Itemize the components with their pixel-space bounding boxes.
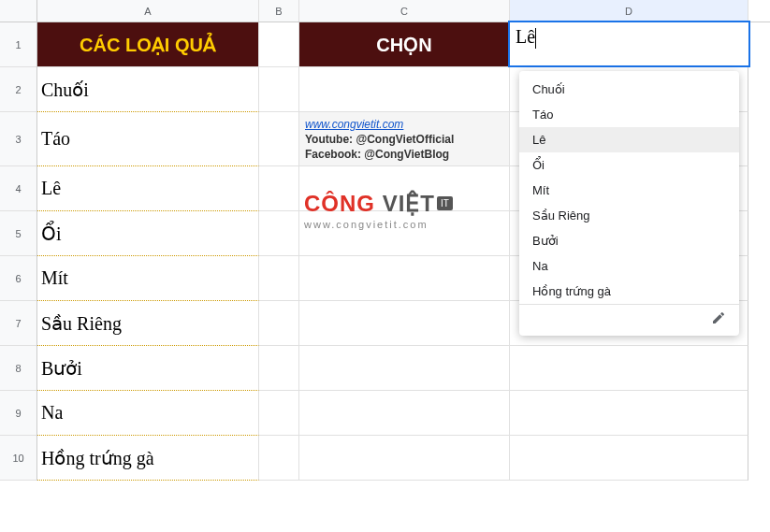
spreadsheet: A B C D 1 2 3 4 5 6 7 8 9 10 CÁC LOẠI QU… [0,0,770,532]
cell-c7[interactable] [299,301,510,346]
cell-b10[interactable] [259,436,299,481]
cell-b5[interactable] [259,211,299,256]
cell-d9[interactable] [510,391,748,436]
cell-c3-info[interactable]: www.congvietit.com Youtube: @CongVietOff… [299,112,510,166]
cell-c6[interactable] [299,256,510,301]
cell-b9[interactable] [259,391,299,436]
dropdown-item[interactable]: Hồng trứng gà [519,279,739,304]
row-header-4[interactable]: 4 [0,166,36,211]
cell-d8[interactable] [510,346,748,391]
cell-c1-header[interactable]: CHỌN [299,22,510,67]
row-header-10[interactable]: 10 [0,436,36,481]
row-header-2[interactable]: 2 [0,67,36,112]
column-headers: A B C D [0,0,770,22]
logo: CÔNG VIỆTIT www.congvietit.com [304,191,501,230]
row-header-9[interactable]: 9 [0,391,36,436]
pencil-icon[interactable] [711,310,726,328]
cell-b3[interactable] [259,112,299,166]
logo-text-viet: VIỆT [375,191,435,216]
cell-c8[interactable] [299,346,510,391]
dropdown-item[interactable]: Ổi [519,152,739,178]
validation-dropdown: Chuối Táo Lê Ổi Mít Sầu Riêng Bưởi Na Hồ… [519,71,739,336]
cell-a1-header[interactable]: CÁC LOẠI QUẢ [37,22,259,67]
dropdown-item[interactable]: Bưởi [519,228,739,253]
dropdown-footer [519,304,739,330]
logo-it-badge: IT [437,196,453,210]
cell-a10[interactable]: Hồng trứng gà [37,436,259,481]
cell-a2[interactable]: Chuối [37,67,259,112]
cell-a8[interactable]: Bưởi [37,346,259,391]
col-header-d[interactable]: D [510,0,748,22]
dropdown-item-selected[interactable]: Lê [519,127,739,152]
row-header-3[interactable]: 3 [0,112,36,166]
cells-area: CÁC LOẠI QUẢ CHỌN Chuối Táo Lê Ổi Mít Sầ… [37,22,770,481]
dropdown-item[interactable]: Mít [519,178,739,203]
row-header-6[interactable]: 6 [0,256,36,301]
select-all-corner[interactable] [0,0,37,22]
cell-b4[interactable] [259,166,299,211]
text-cursor [535,28,536,49]
col-header-a[interactable]: A [37,0,259,22]
info-facebook: Facebook: @CongVietBlog [305,148,449,161]
dropdown-item[interactable]: Táo [519,102,739,127]
info-url-link[interactable]: www.congvietit.com [305,118,403,131]
row-headers: 1 2 3 4 5 6 7 8 9 10 [0,22,37,481]
row-header-5[interactable]: 5 [0,211,36,256]
logo-text-cong: CÔNG [304,191,375,216]
logo-url: www.congvietit.com [304,219,501,230]
dropdown-item[interactable]: Sầu Riêng [519,203,739,228]
row-header-7[interactable]: 7 [0,301,36,346]
info-youtube: Youtube: @CongVietOfficial [305,133,454,146]
row-header-8[interactable]: 8 [0,346,36,391]
active-cell-d1[interactable]: Lê [508,21,750,67]
cell-d10[interactable] [510,436,748,481]
cell-b7[interactable] [259,301,299,346]
cell-c9[interactable] [299,391,510,436]
cell-a4[interactable]: Lê [37,166,259,211]
cell-c2[interactable] [299,67,510,112]
cell-a3[interactable]: Táo [37,112,259,166]
col-header-c[interactable]: C [299,0,510,22]
cell-b2[interactable] [259,67,299,112]
cell-a6[interactable]: Mít [37,256,259,301]
cell-a7[interactable]: Sầu Riêng [37,301,259,346]
cell-a5[interactable]: Ổi [37,211,259,256]
dropdown-item[interactable]: Chuối [519,77,739,102]
col-header-b[interactable]: B [259,0,299,22]
cell-a9[interactable]: Na [37,391,259,436]
cell-b6[interactable] [259,256,299,301]
cell-b1[interactable] [259,22,299,67]
cell-c10[interactable] [299,436,510,481]
dropdown-item[interactable]: Na [519,253,739,279]
cell-b8[interactable] [259,346,299,391]
row-header-1[interactable]: 1 [0,22,36,67]
active-cell-value: Lê [516,26,535,47]
